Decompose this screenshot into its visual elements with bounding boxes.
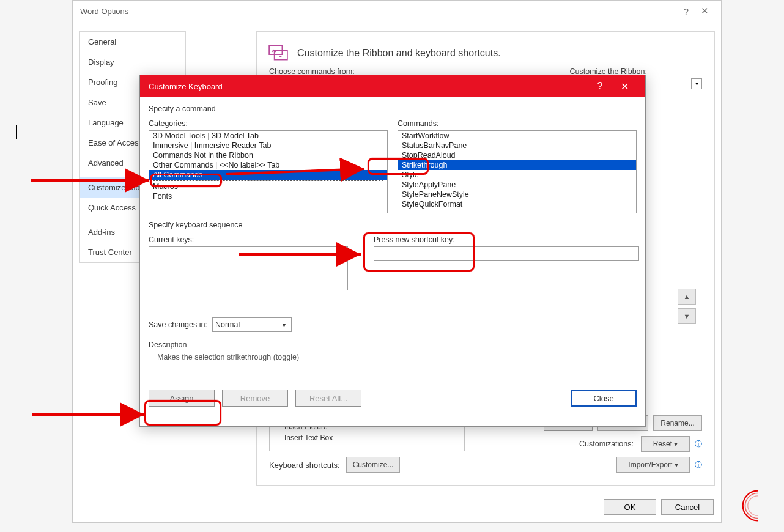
categories-label-rest: ategories: bbox=[154, 119, 188, 128]
keyboard-shortcuts-label: Keyboard shortcuts: bbox=[269, 460, 340, 470]
word-options-titlebar: Word Options ? ✕ bbox=[73, 1, 721, 21]
keyboard-shortcuts-row: Keyboard shortcuts: Customize... bbox=[269, 457, 400, 473]
document-caret bbox=[16, 125, 17, 139]
chevron-down-icon: ▾ bbox=[279, 322, 289, 328]
categories-list[interactable]: 3D Model Tools | 3D Model Tab Immersive … bbox=[149, 130, 388, 213]
sidebar-item-display[interactable]: Display bbox=[80, 52, 185, 72]
move-up-button[interactable]: ▲ bbox=[678, 289, 696, 305]
customize-button[interactable]: Customize... bbox=[346, 457, 401, 473]
category-option[interactable]: 3D Model Tools | 3D Model Tab bbox=[149, 131, 387, 141]
remove-button[interactable]: Remove bbox=[222, 390, 288, 407]
save-changes-dropdown[interactable]: Normal ▾ bbox=[212, 317, 292, 332]
category-option[interactable]: Fonts bbox=[149, 191, 387, 201]
word-options-footer: OK Cancel bbox=[604, 499, 714, 515]
commands-label-rest: mmands: bbox=[407, 119, 438, 128]
highlight-all-commands bbox=[150, 174, 222, 187]
highlight-press-new-shortcut bbox=[363, 232, 475, 272]
highlight-strikethrough bbox=[368, 158, 429, 175]
ribbon-icon bbox=[268, 43, 289, 64]
commands-list[interactable]: StartWorkflow StatusBarNavPane StopReadA… bbox=[398, 130, 637, 213]
import-export-button[interactable]: Import/Export ▾ bbox=[616, 457, 690, 473]
category-option[interactable]: Commands Not in the Ribbon bbox=[149, 150, 387, 160]
specify-command-label: Specify a command bbox=[149, 105, 637, 113]
command-option[interactable]: StopReadAloud bbox=[398, 150, 636, 160]
highlight-assign bbox=[144, 400, 221, 426]
current-keys-box[interactable] bbox=[149, 246, 348, 290]
info-icon[interactable]: ⓘ bbox=[695, 439, 702, 449]
specify-sequence-label: Specify keyboard sequence bbox=[149, 221, 637, 229]
category-option[interactable]: Immersive | Immersive Reader Tab bbox=[149, 141, 387, 150]
command-option-selected[interactable]: Strikethrough bbox=[398, 160, 636, 170]
word-options-title: Word Options bbox=[80, 7, 128, 16]
watermark-logo bbox=[741, 489, 774, 522]
close-icon[interactable]: ✕ bbox=[612, 81, 637, 92]
description-label: Description bbox=[149, 341, 637, 349]
close-icon[interactable]: ✕ bbox=[695, 6, 714, 17]
svg-rect-0 bbox=[269, 45, 282, 54]
customize-ribbon-dropdown-icon[interactable]: ▾ bbox=[691, 78, 702, 89]
command-option[interactable]: StartWorkflow bbox=[398, 131, 636, 141]
command-option[interactable]: StyleQuickFormat bbox=[398, 199, 636, 209]
customize-ribbon-heading-text: Customize the Ribbon and keyboard shortc… bbox=[297, 48, 501, 59]
command-option[interactable]: StyleApplyPane bbox=[398, 180, 636, 190]
ck-title: Customize Keyboard bbox=[149, 82, 223, 91]
command-option[interactable]: StylePaneNewStyle bbox=[398, 190, 636, 199]
info-icon[interactable]: ⓘ bbox=[695, 460, 702, 470]
ok-button[interactable]: OK bbox=[604, 499, 656, 515]
category-option[interactable]: Other Commands | <<No label>> Tab bbox=[149, 160, 387, 170]
customizations-label: Customizations: bbox=[579, 440, 634, 448]
help-icon[interactable]: ? bbox=[677, 6, 695, 17]
command-option[interactable]: Style bbox=[398, 170, 636, 180]
help-icon[interactable]: ? bbox=[588, 81, 612, 92]
command-option[interactable]: StatusBarNavPane bbox=[398, 141, 636, 150]
rename-button[interactable]: Rename... bbox=[653, 415, 702, 431]
list-item[interactable]: Insert Text Box bbox=[270, 432, 464, 443]
close-button[interactable]: Close bbox=[571, 390, 637, 407]
move-down-button[interactable]: ▼ bbox=[678, 308, 696, 324]
customize-ribbon-heading: Customize the Ribbon and keyboard shortc… bbox=[268, 43, 703, 64]
save-changes-value: Normal bbox=[215, 320, 240, 329]
svg-rect-1 bbox=[275, 51, 287, 60]
cancel-button[interactable]: Cancel bbox=[661, 499, 714, 515]
reorder-buttons: ▲ ▼ bbox=[678, 289, 696, 324]
sidebar-item-general[interactable]: General bbox=[80, 32, 185, 52]
ck-titlebar: Customize Keyboard ? ✕ bbox=[140, 75, 645, 97]
description-text: Makes the selection strikethrough (toggl… bbox=[149, 349, 637, 361]
reset-all-button[interactable]: Reset All... bbox=[295, 390, 361, 407]
reset-button[interactable]: Reset ▾ bbox=[641, 436, 690, 452]
